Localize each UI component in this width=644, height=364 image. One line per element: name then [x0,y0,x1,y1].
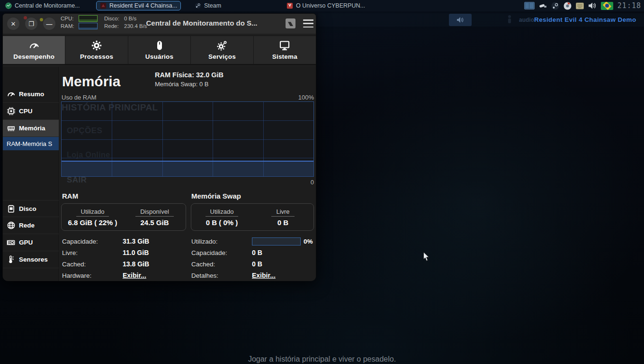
detail-value: 0 B [252,260,262,268]
taskbar-item-label: Central de Monitorame... [15,2,80,9]
sidebar-item-label: Rede [19,222,35,229]
swap-used-row: Utilizado: 0% [191,236,313,247]
taskbar-item-re4[interactable]: Resident Evil 4 Chainsa... [96,1,181,10]
ram-usage-fill [62,161,313,176]
swap-stat-box: Utilizado 0 B ( 0% ) Livre 0 B [191,203,314,231]
detail-label: Detalhes: [191,272,252,279]
tab-processos[interactable]: Processos [65,36,128,64]
detail-value: 0 B [252,249,262,256]
close-button[interactable]: ✕ [7,18,19,30]
app-indicator-icon[interactable] [286,18,295,28]
system-tray: 21:18 [524,0,641,11]
keyboard-layout-flag-icon[interactable] [601,2,613,10]
menu-button[interactable] [303,19,313,27]
ram-usage-chart [61,101,314,177]
sidebar-item-sensores[interactable]: Sensores [3,251,59,268]
sidebar-item-label: GPU [19,239,33,246]
game-window-titlebar: audio Resident Evil 4 Chainsaw Demo [318,13,644,27]
sidebar-subitem-ram[interactable]: RAM-Memória S [3,137,59,150]
stat-header: Livre [271,208,294,217]
tray-clock: 21:18 [617,1,641,10]
summary-icon [7,90,16,99]
detail-label: Hardware: [62,272,123,279]
detail-value: 31.3 GiB [123,237,149,245]
steam-icon [195,2,201,9]
gear-icon [91,40,102,51]
detail-label: Utilizado: [191,238,252,245]
taskbar-item-steam[interactable]: Steam [191,1,224,10]
speaker-icon [456,17,464,23]
minimize-button[interactable]: — [43,18,55,30]
sidebar-item-rede[interactable]: Rede [3,217,59,234]
taskbar-item-system-monitor[interactable]: Central de Monitorame... [2,1,83,10]
memory-icon [7,124,16,133]
detail-value: 13.8 GiB [123,260,149,268]
chart-title: Uso de RAM [62,94,97,101]
detail-row: Detalhes: Exibir... [191,270,276,281]
sidebar-item-memoria[interactable]: Memória [3,120,59,137]
tab-sistema[interactable]: Sistema [254,36,316,64]
detail-label: Livre: [62,249,123,256]
detail-label: Cached: [191,261,252,268]
ram-stat-box: Utilizado 6.8 GiB ( 22% ) Disponível 24.… [61,203,186,231]
tool-tray-icon[interactable] [539,2,547,9]
stat-value: 6.8 GiB ( 22% ) [68,218,117,227]
mouse-cursor [423,252,430,262]
sidebar-item-label: Memória [19,125,45,132]
game-audio-button[interactable] [449,14,472,26]
window-titlebar[interactable]: ✕ ❐ — CPU: Disco: 0 B/s RAM: Rede: 230.4… [3,14,316,34]
monitor-icon [279,40,290,51]
browser-tray-icon[interactable] [564,2,572,10]
keyboard-tray-icon[interactable] [576,2,584,9]
tab-desempenho[interactable]: Desempenho [3,36,65,64]
taskbar-item-video[interactable]: O Universo CYBERPUN... [283,1,368,10]
game-character-icon [507,15,512,24]
game-audio-label: audio [519,17,534,23]
tab-label: Serviços [208,53,236,60]
system-monitor-icon [5,2,12,9]
system-monitor-window: ✕ ❐ — CPU: Disco: 0 B/s RAM: Rede: 230.4… [2,13,316,281]
stat-value: 0 B ( 0% ) [206,218,238,227]
swap-section-header: Memória Swap [191,192,241,200]
tab-servicos[interactable]: Serviços [191,36,253,64]
stat-value: 0 B [277,218,288,227]
volume-tray-icon[interactable] [588,2,597,9]
services-gear-icon [216,40,228,51]
ram-minigraph [79,23,98,29]
sidebar-item-disco[interactable]: Disco [3,200,59,217]
sidebar-item-cpu[interactable]: CPU [3,103,59,120]
sidebar-item-label: CPU [19,108,33,115]
chart-max-label: 100% [298,94,314,101]
page-title: Memória [62,73,120,90]
tab-label: Desempenho [13,53,54,60]
detail-value: 11.0 GiB [123,249,149,256]
steam-tray-icon[interactable] [551,2,559,10]
workspace-pager-icon[interactable] [524,2,535,9]
tab-label: Sistema [272,53,297,60]
sidebar-item-label: Sensores [19,256,48,263]
sidebar-item-label: Resumo [19,91,44,98]
detail-row: Capacidade: 31.3 GiB [62,236,149,247]
cpu-icon [7,107,16,116]
sidebar-subitem-label: RAM-Memória S [7,140,52,147]
tab-usuarios[interactable]: Usuários [128,36,191,64]
re4-game-icon [100,2,107,9]
network-globe-icon [7,221,16,230]
cpu-minigraph [79,15,98,22]
main-tabbar: Desempenho Processos Usuários [3,36,316,65]
sidebar-item-gpu[interactable]: GPU [3,234,59,251]
detail-row: Cached: 13.8 GiB [62,258,149,270]
net-stat-label: Rede: [101,23,122,29]
physical-ram-label: RAM Física: 32.0 GiB [155,71,224,79]
sidebar-item-resumo[interactable]: Resumo [3,86,59,103]
taskbar-item-label: O Universo CYBERPUN... [296,2,365,9]
cpu-stat-label: CPU: [61,16,77,21]
detail-row: Capacidade: 0 B [191,247,262,258]
swap-usage-bar [252,237,301,246]
maximize-button[interactable]: ❐ [25,18,37,30]
details-show-link[interactable]: Exibir... [252,272,276,279]
stat-value: 24.5 GiB [140,218,169,227]
taskbar: Central de Monitorame... Resident Evil 4… [0,0,644,11]
stat-header: Utilizado [206,208,239,217]
hardware-show-link[interactable]: Exibir... [123,272,146,279]
